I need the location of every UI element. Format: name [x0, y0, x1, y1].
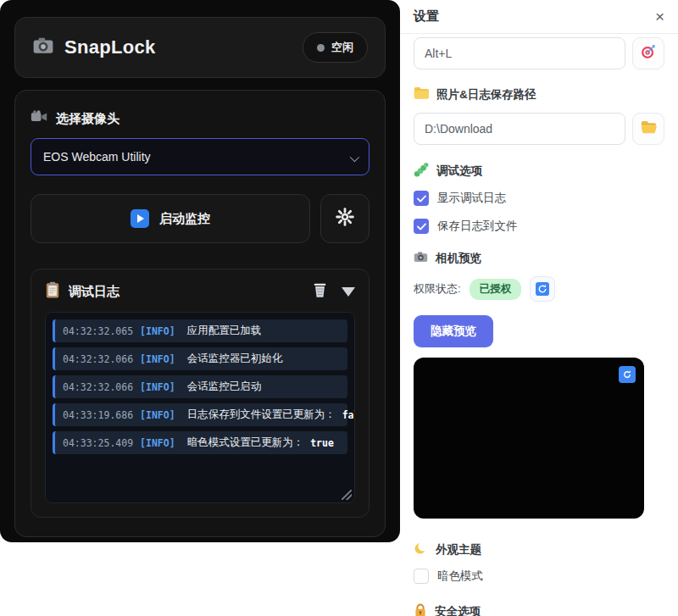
camera-select[interactable]: EOS Webcam Utility	[31, 138, 370, 175]
camera-select-value: EOS Webcam Utility	[43, 150, 151, 164]
log-entry: 04:33:19.686 [INFO] 日志保存到文件设置已更新为： false	[53, 403, 347, 426]
debug-log-title: 调试日志	[69, 284, 119, 300]
start-monitoring-button[interactable]: 启动监控	[31, 194, 310, 243]
folder-icon	[414, 86, 429, 103]
camera-section-header: 选择摄像头	[31, 109, 370, 128]
trash-icon[interactable]	[312, 281, 328, 302]
debug-section-header: 调试选项	[414, 162, 664, 180]
settings-body: 照片&日志保存路径 调试选项 显示调试日志	[400, 34, 678, 616]
preview-section-label: 相机预览	[436, 251, 481, 266]
log-message: 暗色模式设置已更新为：	[187, 436, 304, 450]
checkbox-label: 暗色模式	[437, 569, 483, 584]
debug-log-panel: 调试日志 04:32:32.065 [INFO] 应用配置已加载	[31, 269, 370, 518]
log-entry: 04:32:32.066 [INFO] 会话监控已启动	[53, 375, 347, 398]
log-entry: 04:32:32.066 [INFO] 会话监控器已初始化	[53, 347, 347, 370]
permission-row: 权限状态: 已授权	[414, 276, 664, 302]
hotkey-input[interactable]	[414, 37, 625, 69]
log-time: 04:32:32.065	[63, 325, 133, 337]
save-path-input[interactable]	[414, 113, 625, 145]
log-value: true	[310, 437, 334, 449]
checkbox-label: 保存日志到文件	[437, 219, 518, 234]
hide-preview-button[interactable]: 隐藏预览	[414, 315, 493, 347]
log-level: [INFO]	[140, 353, 175, 365]
log-time: 04:32:32.066	[63, 353, 133, 365]
refresh-preview-button[interactable]	[619, 366, 636, 383]
log-level: [INFO]	[140, 381, 175, 393]
security-section-header: 安全选项	[414, 602, 664, 616]
video-camera-icon	[31, 109, 47, 128]
settings-button[interactable]	[320, 194, 370, 243]
theme-section-header: 外观主题	[414, 541, 664, 558]
log-textarea[interactable]: 04:32:32.065 [INFO] 应用配置已加载 04:32:32.066…	[45, 312, 355, 503]
hotkey-row	[414, 37, 664, 69]
moon-icon	[414, 541, 428, 558]
status-badge: 空闲	[303, 32, 368, 63]
camera-icon	[32, 35, 54, 60]
log-message: 会话监控器已初始化	[187, 352, 283, 366]
target-dart-icon	[640, 43, 657, 64]
open-folder-icon	[641, 120, 657, 137]
log-entry: 04:32:32.065 [INFO] 应用配置已加载	[53, 319, 347, 342]
log-level: [INFO]	[140, 409, 175, 421]
browse-folder-button[interactable]	[632, 113, 664, 145]
chevron-down-icon	[350, 153, 359, 162]
app-title: SnapLock	[64, 36, 156, 58]
resize-handle[interactable]	[342, 490, 352, 500]
close-icon[interactable]: ×	[655, 8, 664, 25]
path-row	[414, 113, 664, 145]
status-dot-icon	[317, 44, 325, 52]
log-time: 04:33:19.686	[63, 409, 133, 421]
checkbox-dark-mode[interactable]: 暗色模式	[414, 569, 664, 584]
log-message: 应用配置已加载	[187, 324, 262, 338]
screen: SnapLock 空闲 选择摄像头 EOS Webcam Utility	[0, 0, 678, 616]
status-text: 空闲	[331, 40, 353, 55]
brand: SnapLock	[32, 35, 156, 60]
gear-icon	[335, 207, 355, 230]
permission-status-badge: 已授权	[470, 279, 522, 300]
clipboard-icon	[45, 281, 60, 302]
theme-section-label: 外观主题	[436, 542, 481, 558]
log-time: 04:32:32.066	[63, 381, 133, 393]
camera-preview-frame	[414, 358, 644, 519]
log-entry: 04:33:25.409 [INFO] 暗色模式设置已更新为： true	[53, 431, 347, 454]
checkbox-show-debug-log[interactable]: 显示调试日志	[414, 191, 664, 206]
settings-panel: 设置 × 照片&日志保存路径	[400, 0, 678, 616]
path-section-label: 照片&日志保存路径	[436, 87, 536, 103]
hotkey-capture-button[interactable]	[632, 37, 664, 69]
collapse-triangle-icon[interactable]	[342, 287, 355, 297]
checkbox-label: 显示调试日志	[437, 191, 506, 206]
debug-section-label: 调试选项	[436, 164, 482, 179]
action-row: 启动监控	[31, 194, 370, 243]
refresh-permission-button[interactable]	[530, 276, 555, 302]
start-button-label: 启动监控	[159, 211, 210, 227]
path-section-header: 照片&日志保存路径	[414, 86, 664, 103]
log-level: [INFO]	[140, 325, 175, 337]
play-icon	[131, 209, 149, 228]
log-message: 日志保存到文件设置已更新为：	[187, 408, 336, 422]
permission-label: 权限状态:	[414, 281, 461, 297]
log-level: [INFO]	[140, 437, 175, 449]
camera-section-label: 选择摄像头	[56, 111, 119, 127]
preview-section-header: 相机预览	[414, 251, 664, 266]
log-value: false	[342, 409, 355, 421]
settings-header: 设置 ×	[400, 0, 678, 34]
debug-log-header: 调试日志	[45, 281, 355, 302]
app-header: SnapLock 空闲	[14, 17, 386, 78]
camera-small-icon	[414, 251, 428, 266]
log-time: 04:33:25.409	[63, 437, 133, 449]
security-section-label: 安全选项	[435, 604, 481, 616]
checkbox-save-log-to-file[interactable]: 保存日志到文件	[414, 219, 664, 234]
checkbox-unchecked-icon	[414, 569, 429, 584]
checkbox-checked-icon	[414, 219, 429, 234]
log-message: 会话监控已启动	[187, 380, 262, 394]
main-panel: 选择摄像头 EOS Webcam Utility 启动监控	[14, 90, 386, 537]
lock-icon	[414, 602, 427, 616]
snaplock-app-window: SnapLock 空闲 选择摄像头 EOS Webcam Utility	[0, 0, 400, 542]
checkbox-checked-icon	[414, 191, 429, 206]
bug-icon	[414, 162, 429, 180]
settings-title: 设置	[414, 8, 439, 25]
